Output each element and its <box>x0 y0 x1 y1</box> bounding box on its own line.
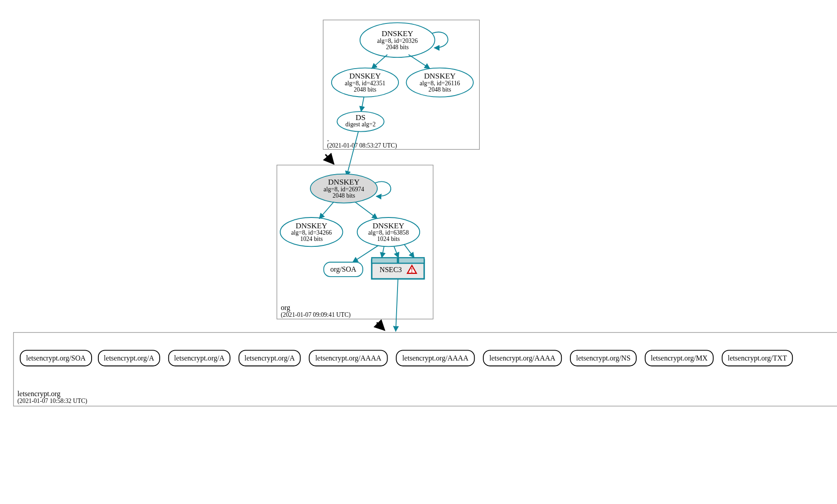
svg-text:DNSKEY: DNSKEY <box>373 222 405 230</box>
record-aaaa-1[interactable]: letsencrypt.org/AAAA <box>309 350 387 366</box>
zone-letsencrypt: letsencrypt.org (2021-01-07 10:58:32 UTC… <box>14 333 837 406</box>
record-txt[interactable]: letsencrypt.org/TXT <box>722 350 792 366</box>
svg-text:letsencrypt.org/A: letsencrypt.org/A <box>174 354 225 362</box>
record-a-2[interactable]: letsencrypt.org/A <box>169 350 230 366</box>
node-org-ksk[interactable]: DNSKEY alg=8, id=26974 2048 bits <box>310 174 377 203</box>
edge-nsec3-le <box>396 279 398 331</box>
node-root-ds[interactable]: DS digest alg=2 <box>337 111 384 132</box>
svg-text:letsencrypt.org/TXT: letsencrypt.org/TXT <box>728 354 787 362</box>
svg-text:DNSKEY: DNSKEY <box>349 72 381 80</box>
svg-text:letsencrypt.org/NS: letsencrypt.org/NS <box>576 354 631 362</box>
svg-text:2048 bits: 2048 bits <box>429 86 451 93</box>
svg-text:letsencrypt.org/MX: letsencrypt.org/MX <box>651 354 708 362</box>
edge-rootksk-zsk2 <box>408 55 430 69</box>
zone-org-timestamp: (2021-01-07 09:09:41 UTC) <box>281 311 351 319</box>
zone-root-timestamp: (2021-01-07 08:53:27 UTC) <box>327 142 397 149</box>
svg-text:letsencrypt.org/AAAA: letsencrypt.org/AAAA <box>489 354 555 362</box>
record-a-1[interactable]: letsencrypt.org/A <box>98 350 160 366</box>
record-aaaa-3[interactable]: letsencrypt.org/AAAA <box>483 350 561 366</box>
svg-text:1024 bits: 1024 bits <box>300 236 323 242</box>
edge-zone-root-org <box>325 154 334 164</box>
svg-text:2048 bits: 2048 bits <box>386 44 409 51</box>
node-root-zsk1[interactable]: DNSKEY alg=8, id=42351 2048 bits <box>332 68 398 97</box>
zone-root-label: . <box>327 135 329 143</box>
record-mx[interactable]: letsencrypt.org/MX <box>645 350 713 366</box>
svg-text:1024 bits: 1024 bits <box>377 236 400 242</box>
edge-orgksk-zsk1 <box>319 202 334 218</box>
edge-orgksk-zsk2 <box>355 202 377 218</box>
svg-text:DNSKEY: DNSKEY <box>424 72 456 80</box>
zone-org: org (2021-01-07 09:09:41 UTC) DNSKEY alg… <box>277 165 433 319</box>
svg-text:2048 bits: 2048 bits <box>333 192 355 199</box>
svg-text:!: ! <box>411 267 413 274</box>
zone-le-label: letsencrypt.org <box>18 390 61 398</box>
edge-zsk1-ds <box>361 97 364 111</box>
svg-text:letsencrypt.org/SOA: letsencrypt.org/SOA <box>26 354 86 362</box>
edge-rootksk-zsk1 <box>372 55 388 69</box>
svg-rect-34 <box>398 258 424 263</box>
svg-text:letsencrypt.org/A: letsencrypt.org/A <box>245 354 295 362</box>
node-root-ksk[interactable]: DNSKEY alg=8, id=20326 2048 bits <box>360 23 435 57</box>
dnssec-graph: . (2021-01-07 08:53:27 UTC) DNSKEY alg=8… <box>9 9 837 504</box>
svg-text:org/SOA: org/SOA <box>330 265 356 273</box>
svg-text:letsencrypt.org/AAAA: letsencrypt.org/AAAA <box>315 354 382 362</box>
svg-rect-33 <box>372 258 398 263</box>
edge-ds-orgksk <box>347 132 358 176</box>
svg-rect-37 <box>14 333 837 406</box>
record-soa[interactable]: letsencrypt.org/SOA <box>20 350 92 366</box>
svg-text:DNSKEY: DNSKEY <box>296 222 328 230</box>
record-ns[interactable]: letsencrypt.org/NS <box>570 350 636 366</box>
svg-text:NSEC3: NSEC3 <box>379 266 402 273</box>
edge-zsk2-nsec3c <box>404 244 414 258</box>
svg-text:letsencrypt.org/AAAA: letsencrypt.org/AAAA <box>402 354 469 362</box>
svg-text:DS: DS <box>356 113 365 122</box>
record-a-3[interactable]: letsencrypt.org/A <box>239 350 301 366</box>
svg-text:2048 bits: 2048 bits <box>354 86 376 93</box>
record-aaaa-2[interactable]: letsencrypt.org/AAAA <box>396 350 474 366</box>
svg-text:DNSKEY: DNSKEY <box>382 29 414 38</box>
zone-le-timestamp: (2021-01-07 10:58:32 UTC) <box>18 398 88 405</box>
node-org-zsk1[interactable]: DNSKEY alg=8, id=34266 1024 bits <box>280 217 343 246</box>
node-org-soa[interactable]: org/SOA <box>324 262 363 277</box>
edge-zone-org-le <box>377 323 384 330</box>
node-root-zsk2[interactable]: DNSKEY alg=8, id=26116 2048 bits <box>407 68 473 97</box>
node-nsec3[interactable]: NSEC3 ! <box>372 258 424 279</box>
svg-text:digest alg=2: digest alg=2 <box>346 121 376 128</box>
edge-zsk2-nsec3a <box>382 246 384 258</box>
svg-text:letsencrypt.org/A: letsencrypt.org/A <box>104 354 154 362</box>
edge-zsk2-nsec3b <box>394 246 398 258</box>
zone-root: . (2021-01-07 08:53:27 UTC) DNSKEY alg=8… <box>323 20 479 149</box>
svg-text:DNSKEY: DNSKEY <box>328 178 360 186</box>
node-org-zsk2[interactable]: DNSKEY alg=8, id=63858 1024 bits <box>357 217 420 246</box>
zone-org-label: org <box>281 304 290 312</box>
